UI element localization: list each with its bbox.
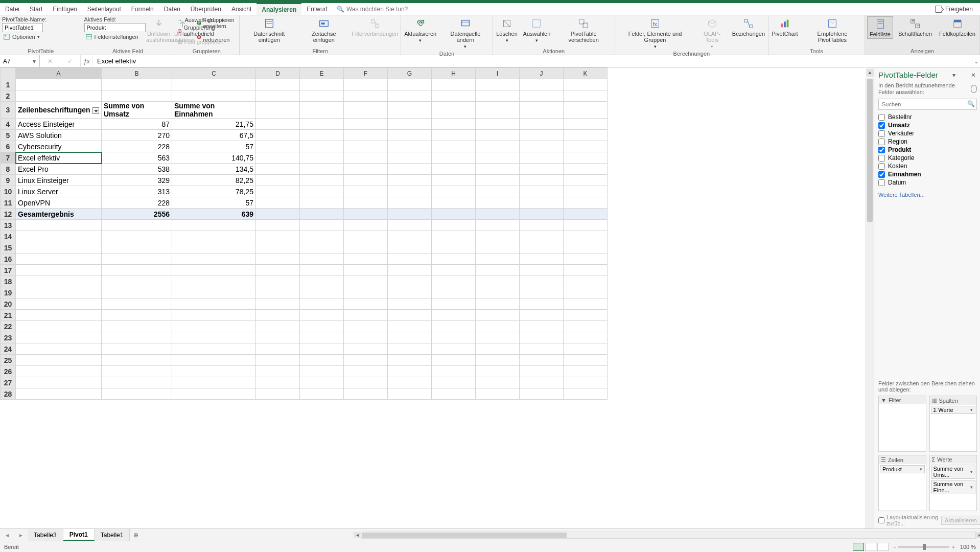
cell-J5[interactable]: [520, 130, 564, 141]
cell-A6[interactable]: Cybersecurity: [16, 141, 102, 152]
relationships-button[interactable]: Beziehungen: [731, 16, 766, 38]
col-header-K[interactable]: K: [564, 68, 608, 79]
cell-E10[interactable]: [300, 186, 344, 197]
cell-C3[interactable]: Summe von Einnahmen: [172, 102, 256, 119]
cell-K10[interactable]: [564, 186, 608, 197]
horizontal-scrollbar[interactable]: ◂ ▸: [361, 532, 976, 539]
sheet-nav[interactable]: ◂▸: [0, 532, 28, 539]
cell-D9[interactable]: [256, 175, 300, 186]
cell-J25[interactable]: [520, 355, 564, 366]
cell-G12[interactable]: [388, 209, 432, 220]
cell-I14[interactable]: [476, 231, 520, 242]
pivotchart-button[interactable]: PivotChart: [771, 16, 799, 38]
cell-H4[interactable]: [432, 119, 476, 130]
area-filters[interactable]: ▼Filter: [878, 396, 926, 452]
cell-B18[interactable]: [102, 276, 172, 287]
view-page-layout-button[interactable]: [865, 543, 876, 551]
col-header-J[interactable]: J: [520, 68, 564, 79]
cell-C21[interactable]: [172, 310, 256, 321]
filter-dropdown-icon[interactable]: [92, 107, 99, 114]
cell-K7[interactable]: [564, 152, 608, 164]
cell-A25[interactable]: [16, 355, 102, 366]
cell-I22[interactable]: [476, 321, 520, 332]
cell-C22[interactable]: [172, 321, 256, 332]
cell-C15[interactable]: [172, 242, 256, 254]
cell-G27[interactable]: [388, 377, 432, 388]
cell-D5[interactable]: [256, 130, 300, 141]
cell-F16[interactable]: [344, 254, 388, 265]
cell-K12[interactable]: [564, 209, 608, 220]
cell-F9[interactable]: [344, 175, 388, 186]
cell-E15[interactable]: [300, 242, 344, 254]
view-page-break-button[interactable]: [877, 543, 889, 551]
cell-B9[interactable]: 329: [102, 175, 172, 186]
cell-A5[interactable]: AWS Solution: [16, 130, 102, 141]
cell-E18[interactable]: [300, 276, 344, 287]
menu-tab-überprüfen[interactable]: Überprüfen: [185, 3, 226, 15]
cell-G3[interactable]: [388, 102, 432, 119]
cell-I4[interactable]: [476, 119, 520, 130]
cell-G9[interactable]: [388, 175, 432, 186]
cell-D25[interactable]: [256, 355, 300, 366]
cell-J1[interactable]: [520, 79, 564, 90]
cell-B14[interactable]: [102, 231, 172, 242]
cell-J12[interactable]: [520, 209, 564, 220]
cell-C4[interactable]: 21,75: [172, 119, 256, 130]
row-header-3[interactable]: 3: [1, 102, 16, 119]
field-checkbox-datum[interactable]: [878, 179, 885, 186]
cell-E26[interactable]: [300, 366, 344, 377]
field-bestellnr[interactable]: Bestellnr: [878, 113, 977, 121]
worksheet-grid[interactable]: ABCDEFGHIJK123ZeilenbeschriftungenSumme …: [0, 67, 874, 528]
cell-K20[interactable]: [564, 298, 608, 310]
cell-F3[interactable]: [344, 102, 388, 119]
cell-H6[interactable]: [432, 141, 476, 152]
cell-J10[interactable]: [520, 186, 564, 197]
cell-B25[interactable]: [102, 355, 172, 366]
row-header-23[interactable]: 23: [1, 332, 16, 343]
cell-G26[interactable]: [388, 366, 432, 377]
cell-D10[interactable]: [256, 186, 300, 197]
field-einnahmen[interactable]: Einnahmen: [878, 170, 977, 178]
cell-G24[interactable]: [388, 343, 432, 355]
cell-K27[interactable]: [564, 377, 608, 388]
cell-F1[interactable]: [344, 79, 388, 90]
cell-F17[interactable]: [344, 265, 388, 276]
cell-G22[interactable]: [388, 321, 432, 332]
cell-H25[interactable]: [432, 355, 476, 366]
cell-E22[interactable]: [300, 321, 344, 332]
row-header-21[interactable]: 21: [1, 310, 16, 321]
col-header-F[interactable]: F: [344, 68, 388, 79]
tell-me-search[interactable]: 🔍Was möchten Sie tun?: [337, 3, 408, 15]
cell-B20[interactable]: [102, 298, 172, 310]
cell-B8[interactable]: 538: [102, 164, 172, 175]
scroll-thumb[interactable]: [867, 79, 873, 222]
cell-A10[interactable]: Linux Server: [16, 186, 102, 197]
name-box-dropdown-icon[interactable]: ▾: [31, 58, 38, 65]
cell-F14[interactable]: [344, 231, 388, 242]
cell-F4[interactable]: [344, 119, 388, 130]
cell-E2[interactable]: [300, 90, 344, 102]
cell-J14[interactable]: [520, 231, 564, 242]
cell-I11[interactable]: [476, 197, 520, 209]
cell-A26[interactable]: [16, 366, 102, 377]
cell-C26[interactable]: [172, 366, 256, 377]
cell-J23[interactable]: [520, 332, 564, 343]
sheet-tab-tabelle1[interactable]: Tabelle1: [95, 529, 130, 541]
cell-K16[interactable]: [564, 254, 608, 265]
cell-J7[interactable]: [520, 152, 564, 164]
cell-G20[interactable]: [388, 298, 432, 310]
group-selection-button[interactable]: →Auswahl gruppieren: [176, 16, 236, 24]
cell-K13[interactable]: [564, 220, 608, 231]
cell-E1[interactable]: [300, 79, 344, 90]
cell-K2[interactable]: [564, 90, 608, 102]
cell-J26[interactable]: [520, 366, 564, 377]
cell-F2[interactable]: [344, 90, 388, 102]
cell-I20[interactable]: [476, 298, 520, 310]
cell-H8[interactable]: [432, 164, 476, 175]
rows-pill-produkt[interactable]: Produkt▾: [880, 465, 925, 473]
row-header-25[interactable]: 25: [1, 355, 16, 366]
pane-close-icon[interactable]: ✕: [970, 72, 977, 79]
field-checkbox-region[interactable]: [878, 139, 885, 145]
field-checkbox-einnahmen[interactable]: [878, 171, 885, 178]
cell-E17[interactable]: [300, 265, 344, 276]
